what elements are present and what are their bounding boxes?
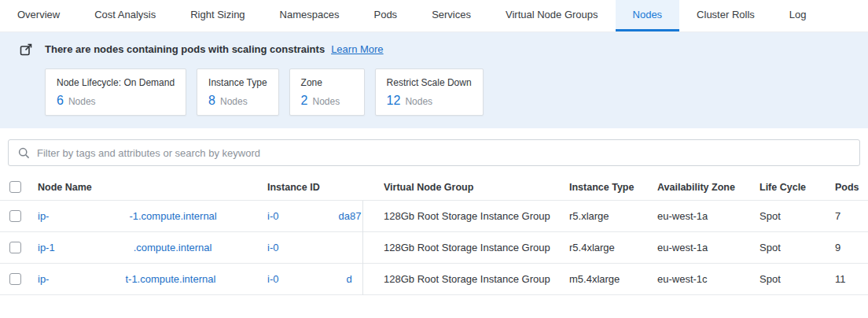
- instance-id-link[interactable]: i-0d: [267, 273, 352, 285]
- instance-type-cell: r5.xlarge: [569, 210, 657, 222]
- column-header-availability-zone[interactable]: Availability Zone: [657, 182, 760, 193]
- row-checkbox[interactable]: [9, 273, 21, 285]
- search-input[interactable]: [37, 147, 850, 159]
- card-count: 8: [208, 94, 215, 108]
- card-node-lifecycle[interactable]: Node Lifecycle: On Demand 6 Nodes: [45, 68, 186, 116]
- column-divider: [362, 201, 363, 295]
- tab-services[interactable]: Services: [414, 0, 488, 31]
- pods-cell: 7: [835, 210, 868, 222]
- instance-type-cell: r5.4xlarge: [569, 242, 657, 253]
- table-header-row: Node Name Instance ID Virtual Node Group…: [0, 174, 868, 201]
- table-row: ip--1.compute.internal i-0da87 128Gb Roo…: [0, 201, 868, 232]
- select-all-checkbox[interactable]: [9, 181, 21, 193]
- card-count: 6: [57, 94, 64, 108]
- card-count: 12: [387, 94, 401, 108]
- virtual-node-group-cell: 128Gb Root Storage Instance Group: [384, 210, 569, 222]
- card-title: Zone: [301, 77, 353, 88]
- card-title: Instance Type: [208, 77, 267, 88]
- card-title: Restrict Scale Down: [387, 77, 472, 88]
- column-header-life-cycle[interactable]: Life Cycle: [760, 182, 835, 193]
- constraint-cards: Node Lifecycle: On Demand 6 Nodes Instan…: [45, 68, 848, 116]
- learn-more-link[interactable]: Learn More: [331, 43, 383, 55]
- tab-nodes[interactable]: Nodes: [616, 0, 680, 31]
- tab-cluster-rolls[interactable]: Cluster Rolls: [679, 0, 772, 31]
- instance-type-cell: m5.4xlarge: [569, 273, 657, 285]
- banner-message: There are nodes containing pods with sca…: [45, 43, 325, 55]
- pods-cell: 11: [835, 273, 868, 285]
- tab-overview[interactable]: Overview: [0, 0, 77, 31]
- life-cycle-cell: Spot: [760, 242, 835, 253]
- scaling-constraints-banner: There are nodes containing pods with sca…: [0, 32, 868, 128]
- pods-cell: 9: [835, 242, 868, 253]
- availability-zone-cell: eu-west-1a: [657, 242, 760, 253]
- search-icon: [18, 147, 30, 159]
- column-header-pods[interactable]: Pods: [835, 182, 868, 193]
- card-unit: Nodes: [312, 96, 340, 107]
- life-cycle-cell: Spot: [760, 210, 835, 222]
- row-checkbox[interactable]: [9, 210, 21, 222]
- tab-pods[interactable]: Pods: [356, 0, 414, 31]
- card-zone[interactable]: Zone 2 Nodes: [289, 68, 365, 116]
- scaling-constraint-icon: [20, 43, 33, 56]
- table-row: ip-t-1.compute.internal i-0d 128Gb Root …: [0, 264, 868, 295]
- tab-log[interactable]: Log: [772, 0, 824, 31]
- tab-virtual-node-groups[interactable]: Virtual Node Groups: [488, 0, 616, 31]
- filter-search-box[interactable]: [8, 139, 860, 166]
- column-header-instance-type[interactable]: Instance Type: [569, 182, 657, 193]
- table-row: ip-1.compute.internal i-0 128Gb Root Sto…: [0, 232, 868, 264]
- card-title: Node Lifecycle: On Demand: [57, 77, 175, 88]
- card-restrict-scale-down[interactable]: Restrict Scale Down 12 Nodes: [375, 68, 484, 116]
- node-name-link[interactable]: ip-t-1.compute.internal: [38, 273, 215, 285]
- column-header-virtual-node-group[interactable]: Virtual Node Group: [384, 182, 569, 193]
- nodes-table: Node Name Instance ID Virtual Node Group…: [0, 174, 868, 295]
- virtual-node-group-cell: 128Gb Root Storage Instance Group: [384, 242, 569, 253]
- availability-zone-cell: eu-west-1a: [657, 210, 760, 222]
- availability-zone-cell: eu-west-1c: [657, 273, 760, 285]
- node-name-link[interactable]: ip--1.compute.internal: [38, 210, 217, 222]
- column-header-instance-id[interactable]: Instance ID: [267, 182, 384, 193]
- card-count: 2: [301, 94, 308, 108]
- column-header-node-name[interactable]: Node Name: [38, 182, 267, 193]
- card-unit: Nodes: [220, 96, 248, 107]
- card-unit: Nodes: [405, 96, 432, 107]
- tab-cost-analysis[interactable]: Cost Analysis: [77, 0, 173, 31]
- instance-id-link[interactable]: i-0: [267, 242, 338, 253]
- card-unit: Nodes: [68, 96, 96, 107]
- virtual-node-group-cell: 128Gb Root Storage Instance Group: [384, 273, 569, 285]
- cluster-tab-bar: Overview Cost Analysis Right Sizing Name…: [0, 0, 868, 32]
- tab-namespaces[interactable]: Namespaces: [263, 0, 357, 31]
- node-name-link[interactable]: ip-1.compute.internal: [38, 242, 211, 253]
- instance-id-link[interactable]: i-0da87: [267, 210, 361, 222]
- life-cycle-cell: Spot: [760, 273, 835, 285]
- row-checkbox[interactable]: [9, 242, 21, 253]
- tab-right-sizing[interactable]: Right Sizing: [173, 0, 262, 31]
- card-instance-type[interactable]: Instance Type 8 Nodes: [197, 68, 279, 116]
